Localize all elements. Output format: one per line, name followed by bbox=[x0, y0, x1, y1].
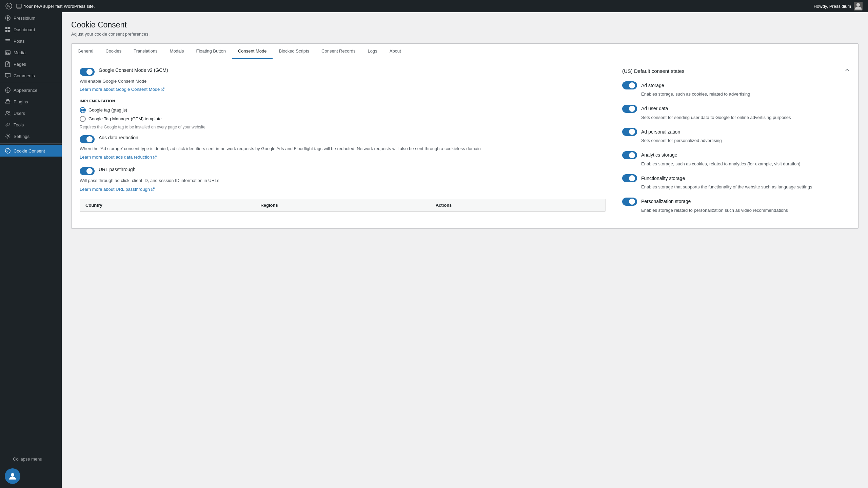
sidebar-item-settings-label: Settings bbox=[14, 134, 29, 139]
ads-redaction-toggle[interactable] bbox=[80, 135, 95, 143]
gcm-description: Will enable Google Consent Mode bbox=[80, 78, 606, 85]
ads-redaction-label: Ads data redaction bbox=[99, 135, 138, 140]
user-avatar-sidebar[interactable] bbox=[5, 468, 20, 484]
tab-logs[interactable]: Logs bbox=[362, 44, 383, 59]
functionality-storage-desc: Enables storage that supports the functi… bbox=[641, 184, 850, 190]
personalization-storage-desc: Enables storage related to personalizati… bbox=[641, 207, 850, 214]
sidebar-item-appearance[interactable]: Appearance bbox=[0, 84, 62, 96]
tab-about[interactable]: About bbox=[383, 44, 407, 59]
ad-user-data-toggle[interactable] bbox=[622, 105, 637, 113]
collapse-menu-button[interactable]: Collapse menu bbox=[0, 453, 62, 464]
ad-personalization-label: Ad personalization bbox=[641, 129, 680, 135]
sidebar-item-pages[interactable]: Pages bbox=[0, 58, 62, 70]
analytics-storage-desc: Enables storage, such as cookies, relate… bbox=[641, 161, 850, 167]
sidebar-item-users-label: Users bbox=[14, 111, 25, 116]
consent-item-ad-user-data: Ad user data Sets consent for sending us… bbox=[622, 104, 850, 121]
svg-point-8 bbox=[5, 18, 6, 19]
radio-gtag-label: Google tag (gtag.js) bbox=[88, 107, 127, 113]
sidebar-item-media[interactable]: Media bbox=[0, 47, 62, 58]
svg-rect-10 bbox=[5, 27, 7, 29]
sidebar-item-posts-label: Posts bbox=[14, 39, 25, 44]
svg-rect-11 bbox=[8, 27, 10, 29]
top-bar: W Your new super fast WordPress site. Ho… bbox=[0, 0, 868, 12]
cookie-icon bbox=[5, 148, 11, 154]
ad-storage-toggle[interactable] bbox=[622, 81, 637, 89]
radio-gtag[interactable]: Google tag (gtag.js) bbox=[80, 107, 606, 113]
svg-point-25 bbox=[7, 151, 8, 152]
sidebar-item-settings[interactable]: Settings bbox=[0, 130, 62, 142]
sidebar-item-comments-label: Comments bbox=[14, 73, 35, 78]
functionality-storage-label: Functionality storage bbox=[641, 176, 685, 181]
consent-section-header: (US) Default consent states bbox=[622, 67, 850, 74]
appearance-icon bbox=[5, 87, 11, 93]
ad-personalization-toggle[interactable] bbox=[622, 128, 637, 136]
sidebar-item-appearance-label: Appearance bbox=[14, 88, 37, 93]
pressidium-icon bbox=[5, 15, 11, 21]
url-passthrough-description: Will pass through ad click, client ID, a… bbox=[80, 177, 606, 184]
svg-point-27 bbox=[11, 473, 14, 476]
gcm-toggle-label: Google Consent Mode v2 (GCM) bbox=[99, 67, 168, 73]
site-name[interactable]: Your new super fast WordPress site. bbox=[16, 3, 95, 9]
top-bar-left: W Your new super fast WordPress site. bbox=[5, 3, 95, 9]
tab-content: Google Consent Mode v2 (GCM) Will enable… bbox=[72, 59, 858, 228]
radio-gtm[interactable]: Google Tag Manager (GTM) template bbox=[80, 116, 606, 122]
sidebar-item-plugins[interactable]: Plugins bbox=[0, 96, 62, 107]
tab-consent-records[interactable]: Consent Records bbox=[315, 44, 361, 59]
ad-storage-label: Ad storage bbox=[641, 83, 664, 88]
sidebar-item-pressidium[interactable]: Pressidium bbox=[0, 12, 62, 24]
svg-point-7 bbox=[7, 19, 8, 20]
pages-icon bbox=[5, 61, 11, 67]
table-header: Country Regions Actions bbox=[80, 199, 605, 211]
ad-user-data-desc: Sets consent for sending user data to Go… bbox=[641, 114, 850, 121]
tab-consent-mode[interactable]: Consent Mode bbox=[232, 44, 273, 59]
chevron-up-icon[interactable] bbox=[845, 67, 850, 74]
radio-gtag-input[interactable] bbox=[80, 107, 86, 113]
sidebar: Pressidium Dashboard Posts Media Pages C… bbox=[0, 12, 62, 488]
svg-point-21 bbox=[7, 135, 8, 137]
tools-icon bbox=[5, 122, 11, 128]
implementation-label: IMPLEMENTATION bbox=[80, 99, 606, 103]
ads-redaction-learn-more-link[interactable]: Learn more about ads data reduction bbox=[80, 155, 157, 160]
left-panel: Google Consent Mode v2 (GCM) Will enable… bbox=[72, 59, 614, 228]
tab-cookies[interactable]: Cookies bbox=[99, 44, 127, 59]
tab-general[interactable]: General bbox=[72, 44, 99, 59]
external-link-icon-2 bbox=[153, 155, 157, 159]
top-bar-right: Howdy, Pressidium bbox=[814, 2, 863, 11]
sidebar-item-dashboard[interactable]: Dashboard bbox=[0, 24, 62, 35]
sidebar-item-pressidium-label: Pressidium bbox=[14, 16, 35, 21]
radio-gtm-input[interactable] bbox=[80, 116, 86, 122]
ads-redaction-toggle-row: Ads data redaction bbox=[80, 135, 606, 143]
ad-personalization-desc: Sets consent for personalized advertisin… bbox=[641, 137, 850, 144]
requires-text: Requires the Google tag to be installed … bbox=[80, 125, 606, 129]
svg-point-20 bbox=[8, 111, 10, 113]
tab-modals[interactable]: Modals bbox=[164, 44, 190, 59]
sidebar-item-posts[interactable]: Posts bbox=[0, 35, 62, 47]
ads-redaction-description: When the 'Ad storage' consent type is de… bbox=[80, 145, 606, 152]
url-passthrough-toggle[interactable] bbox=[80, 167, 95, 175]
table: Country Regions Actions bbox=[80, 199, 606, 212]
gcm-learn-more-link[interactable]: Learn more about Google Consent Mode bbox=[80, 87, 165, 92]
sidebar-item-users[interactable]: Users bbox=[0, 107, 62, 119]
analytics-storage-label: Analytics storage bbox=[641, 152, 677, 158]
sidebar-item-tools-label: Tools bbox=[14, 122, 24, 127]
functionality-storage-toggle[interactable] bbox=[622, 174, 637, 182]
users-icon bbox=[5, 110, 11, 116]
tab-blocked-scripts[interactable]: Blocked Scripts bbox=[273, 44, 315, 59]
url-passthrough-learn-more-link[interactable]: Learn more about URL passthrough bbox=[80, 187, 155, 192]
svg-point-23 bbox=[6, 150, 7, 150]
user-avatar[interactable] bbox=[854, 2, 863, 11]
user-avatar-icon bbox=[8, 471, 17, 481]
sidebar-item-comments[interactable]: Comments bbox=[0, 70, 62, 81]
tab-translations[interactable]: Translations bbox=[127, 44, 163, 59]
gcm-toggle[interactable] bbox=[80, 68, 95, 76]
collapse-icon bbox=[5, 456, 10, 462]
analytics-storage-toggle[interactable] bbox=[622, 151, 637, 159]
sidebar-item-tools[interactable]: Tools bbox=[0, 119, 62, 130]
svg-point-15 bbox=[6, 52, 8, 53]
main-content: Cookie Consent Adjust your cookie consen… bbox=[62, 12, 868, 488]
svg-point-9 bbox=[9, 18, 10, 19]
personalization-storage-toggle[interactable] bbox=[622, 198, 637, 206]
sidebar-item-cookie-consent[interactable]: Cookie Consent bbox=[0, 145, 62, 157]
sidebar-divider-2 bbox=[0, 143, 62, 144]
tab-floating-button[interactable]: Floating Button bbox=[190, 44, 232, 59]
